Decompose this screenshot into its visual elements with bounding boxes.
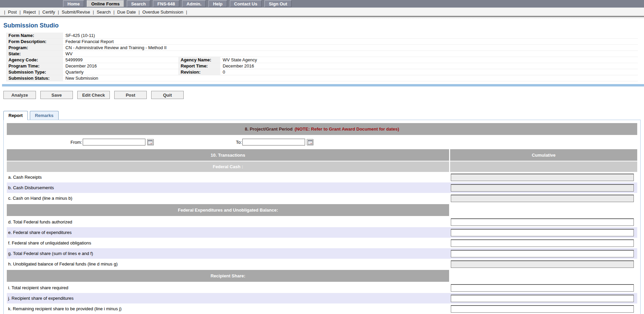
info-value: WV — [63, 51, 178, 57]
transaction-row-label: d. Total Federal funds authorized — [7, 217, 449, 227]
quit-button[interactable]: Quit — [151, 91, 184, 99]
info-label: Form Description: — [6, 39, 63, 45]
cumulative-cell — [450, 282, 637, 293]
transaction-row-label: e. Federal share of expenditures — [7, 227, 449, 238]
project-grant-period-header: 8. Project/Grant Period (NOTE: Refer to … — [7, 123, 637, 135]
cumulative-cell — [450, 227, 637, 238]
transaction-row-h: h. Unobligated balance of Federal funds … — [7, 259, 637, 269]
info-label: Revision: — [178, 69, 220, 75]
analyze-button[interactable]: Analyze — [3, 91, 36, 99]
nav-tab-admin[interactable]: Admin. — [182, 0, 206, 7]
menu-separator: | — [186, 9, 187, 15]
info-label — [178, 45, 220, 51]
submission-info-table: Form Name:SF-425 (10-11)Form Description… — [6, 33, 638, 81]
toolbar: AnalyzeSaveEdit CheckPostQuit — [3, 91, 644, 99]
amount-input-c — [451, 195, 634, 202]
subheader-right-cell — [450, 161, 637, 172]
amount-input-a — [451, 174, 634, 181]
transaction-row-label: c. Cash on Hand (line a minus b) — [7, 193, 449, 203]
info-label — [178, 51, 220, 57]
nav-tab-help[interactable]: Help — [208, 0, 227, 7]
menu-item-overdue-submission[interactable]: Overdue Submission — [142, 9, 183, 15]
menu-separator: | — [139, 9, 140, 15]
transaction-row-label: k. Remaining recipient share to be provi… — [7, 303, 449, 314]
transaction-row-label: j. Recipient share of expenditures — [7, 293, 449, 303]
nav-tab-home[interactable]: Home — [63, 0, 84, 7]
tab-report[interactable]: Report — [3, 111, 28, 120]
tab-bar: ReportRemarks — [3, 110, 644, 120]
info-value — [220, 45, 638, 51]
transaction-row-label: b. Cash Disbursements — [7, 182, 449, 193]
transaction-row-label: i. Total recipient share required — [7, 282, 449, 293]
info-label: Program: — [6, 45, 63, 51]
from-label: From: — [71, 140, 82, 145]
transaction-row-c: c. Cash on Hand (line a minus b) — [7, 193, 637, 203]
amount-input-k[interactable] — [451, 305, 634, 313]
nav-tab-online-forms[interactable]: Online Forms — [87, 0, 124, 7]
cumulative-cell — [450, 259, 637, 269]
cumulative-cell — [450, 217, 637, 227]
transaction-row-b: b. Cash Disbursements — [7, 182, 637, 193]
menu-item-due-date[interactable]: Due Date — [117, 9, 136, 15]
info-label: Program Time: — [6, 63, 63, 69]
transaction-row-e: e. Federal share of expenditures — [7, 227, 637, 238]
info-value: 5499999 — [63, 57, 178, 63]
period-from-input[interactable] — [83, 139, 145, 145]
section-row-federal-expenditures-and-unobligated-balance: Federal Expenditures and Unobligated Bal… — [7, 204, 637, 216]
cumulative-cell — [450, 182, 637, 193]
info-value: New Submission — [63, 75, 178, 81]
transaction-row-label: h. Unobligated balance of Federal funds … — [7, 259, 449, 269]
nav-tab-search[interactable]: Search — [127, 0, 150, 7]
transaction-row-j: j. Recipient share of expenditures — [7, 293, 637, 303]
cumulative-cell — [450, 303, 637, 314]
subheader-label: Federal Cash : — [7, 161, 449, 172]
menu-item-post[interactable]: Post — [8, 9, 17, 15]
menu-separator: | — [113, 9, 114, 15]
to-date-picker-button[interactable] — [307, 139, 313, 145]
info-label: Agency Code: — [6, 57, 63, 63]
transaction-row-label: f. Federal share of unliquidated obligat… — [7, 238, 449, 248]
menu-shadow — [0, 17, 644, 19]
amount-input-f[interactable] — [451, 239, 634, 247]
menu-separator: | — [19, 9, 20, 15]
period-header-note: (NOTE: Refer to Grant Award Document for… — [295, 126, 399, 132]
page-title: Submission Studio — [3, 22, 644, 29]
transactions-column-header: 10. Transactions — [7, 149, 449, 161]
post-button[interactable]: Post — [114, 91, 147, 99]
edit-check-button[interactable]: Edit Check — [77, 91, 110, 99]
info-label — [178, 39, 220, 45]
info-label: Submission Status: — [6, 75, 63, 81]
nav-tab-fns-648[interactable]: FNS-648 — [153, 0, 179, 7]
amount-input-j[interactable] — [451, 295, 634, 302]
cumulative-cell — [450, 238, 637, 248]
tab-remarks[interactable]: Remarks — [30, 111, 59, 120]
to-label: To: — [236, 140, 242, 145]
period-to-input[interactable] — [242, 139, 305, 145]
nav-tab-sign-out[interactable]: Sign Out — [264, 0, 291, 7]
menu-item-search[interactable]: Search — [97, 9, 110, 15]
info-label — [178, 75, 220, 81]
info-label: State: — [6, 51, 63, 57]
nav-tab-contact-us[interactable]: Contact Us — [230, 0, 262, 7]
amount-input-d[interactable] — [451, 218, 634, 226]
amount-input-i[interactable] — [451, 284, 634, 292]
report-panel: 8. Project/Grant Period (NOTE: Refer to … — [3, 120, 641, 314]
menu-item-certify[interactable]: Certify — [42, 9, 55, 15]
menu-item-reject[interactable]: Reject — [23, 9, 36, 15]
calendar-icon — [148, 140, 153, 144]
save-button[interactable]: Save — [40, 91, 73, 99]
info-value — [220, 51, 638, 57]
info-label: Submission Type: — [6, 69, 63, 75]
section-label: Federal Expenditures and Unobligated Bal… — [7, 204, 449, 216]
cumulative-column-header: Cumulative — [450, 149, 637, 161]
amount-input-g[interactable] — [451, 250, 634, 257]
cumulative-cell — [450, 293, 637, 303]
amount-input-e[interactable] — [451, 229, 634, 236]
menu-separator: | — [58, 9, 59, 15]
info-value: 0 — [220, 69, 638, 75]
menu-item-submit-revise[interactable]: Submit/Revise — [62, 9, 90, 15]
transaction-row-label: g. Total Federal share (sum of lines e a… — [7, 248, 449, 259]
from-date-picker-button[interactable] — [147, 139, 154, 145]
amount-input-b — [451, 184, 634, 192]
period-date-row: From: To: — [7, 136, 637, 148]
